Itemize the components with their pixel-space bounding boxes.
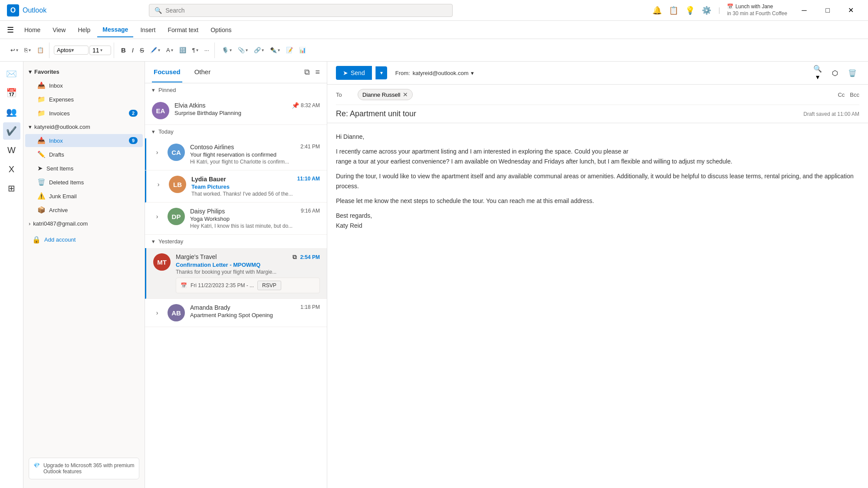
search-icon: 🔍 (155, 7, 162, 14)
more-button[interactable]: ··· (202, 45, 212, 55)
cc-button[interactable]: Cc (838, 92, 845, 98)
sidebar-item-invoices[interactable]: 📁 Invoices 2 (25, 107, 143, 120)
paste-button[interactable]: 📋 (34, 45, 46, 55)
nav-excel[interactable]: X (3, 160, 20, 178)
menu-help[interactable]: Help (72, 23, 95, 37)
from-selector[interactable]: From: katyreid@outlook.com ▾ (391, 67, 479, 79)
calendar-event-info: 📅 Lunch with Jane in 30 min at Fourth Co… (727, 3, 787, 17)
settings-icon[interactable]: ⚙️ (702, 6, 711, 15)
today-section[interactable]: ▾ Today (145, 125, 327, 138)
font-color-button[interactable]: A ▾ (164, 45, 176, 55)
email-item-ea3[interactable]: › LB Lydia Bauer 11:10 AM Team Pictures … (145, 170, 327, 203)
dictate-button[interactable]: 🎙️ ▾ (219, 45, 234, 55)
email-item-ea5[interactable]: MT Margie's Travel ⧉ 2:54 PM Confirmatio… (145, 248, 327, 299)
highlight-button[interactable]: 🖊️ ▾ (148, 45, 163, 55)
time-ea4: 9:16 AM (301, 208, 320, 214)
avatar-ea1: EA (152, 102, 169, 119)
sidebar-item-sent[interactable]: ➤ Sent Items (25, 162, 143, 175)
nav-mail[interactable]: ✉️ (3, 65, 20, 82)
tab-focused[interactable]: Focused (152, 62, 182, 82)
account2-header[interactable]: › katri0487@gmail.com (23, 217, 145, 230)
close-button[interactable]: ✕ (841, 3, 861, 17)
font-size-selector[interactable]: 11 ▾ (89, 46, 111, 55)
notification-icon[interactable]: 🔔 (652, 6, 662, 15)
sidebar-item-expenses[interactable]: 📁 Expenses (25, 93, 143, 106)
menu-view[interactable]: View (47, 23, 71, 37)
to-label: To (336, 92, 358, 98)
signature-button[interactable]: ✒️ ▾ (267, 45, 283, 55)
menu-insert[interactable]: Insert (135, 23, 161, 37)
nav-people[interactable]: 👥 (3, 103, 20, 121)
nav-tasks[interactable]: ✔️ (3, 122, 20, 140)
filter-icon[interactable]: ≡ (315, 68, 320, 77)
remove-recipient[interactable]: ✕ (403, 91, 408, 98)
split-view-icon[interactable]: ⧉ (304, 68, 310, 77)
tab-other[interactable]: Other (193, 62, 213, 82)
calendar-mini-icon: 📅 (727, 3, 733, 10)
sidebar-item-inbox-fav[interactable]: 📥 Inbox (25, 79, 143, 92)
delete-button[interactable]: 🗑️ (845, 66, 859, 80)
italic-button[interactable]: I (129, 45, 136, 56)
add-account-button[interactable]: 🔒 Add account (25, 231, 143, 248)
link-button[interactable]: 🔗 ▾ (251, 45, 266, 55)
send-dropdown[interactable]: ▾ (375, 66, 387, 79)
email-item-ea6[interactable]: › AB Amanda Brady 1:18 PM Apartment Park… (145, 299, 327, 327)
account1-header[interactable]: ▾ katyreid@outlook.com (23, 120, 145, 134)
menu-options[interactable]: Options (205, 23, 237, 37)
paragraph-button[interactable]: ¶ ▾ (190, 45, 201, 55)
sidebar-item-archive[interactable]: 📦 Archive (25, 203, 143, 216)
sidebar-item-junk[interactable]: ⚠️ Junk Email (25, 190, 143, 203)
pinned-section[interactable]: ▾ Pinned (145, 83, 327, 97)
sidebar-item-deleted[interactable]: 🗑️ Deleted Items (25, 176, 143, 189)
menu-message[interactable]: Message (97, 23, 133, 37)
yesterday-section[interactable]: ▾ Yesterday (145, 235, 327, 248)
popout-button[interactable]: ⬡ (828, 66, 842, 80)
email-item-ea2[interactable]: › CA Contoso Airlines 2:41 PM Your fligh… (145, 138, 327, 170)
email-content-ea4: Daisy Philips 9:16 AM Yoga Workshop Hey … (190, 208, 320, 229)
pinned-chevron: ▾ (152, 87, 155, 93)
bold-button[interactable]: B (118, 45, 128, 56)
expenses-icon: 📁 (37, 95, 46, 103)
sender-ea4: Daisy Philips (190, 208, 225, 215)
email-item-ea4[interactable]: › DP Daisy Philips 9:16 AM Yoga Workshop… (145, 203, 327, 235)
chart-button[interactable]: 📊 (296, 45, 309, 55)
subject-field[interactable]: Re: Apartment unit tour (336, 109, 803, 118)
expand-ea2[interactable]: › (152, 147, 162, 157)
undo-button[interactable]: ↩ ▾ (8, 45, 21, 55)
menu-home[interactable]: Home (19, 23, 46, 37)
rsvp-button[interactable]: RSVP (257, 281, 281, 290)
search-bar[interactable]: 🔍 (149, 4, 453, 17)
expand-ea4[interactable]: › (152, 211, 162, 222)
body-para3: Please let me know the next steps to sch… (336, 196, 859, 206)
compose-body[interactable]: Hi Dianne, I recently came across your a… (327, 123, 868, 488)
sidebar-item-inbox[interactable]: 📥 Inbox 9 (25, 134, 143, 147)
body-para1: I recently came across your apartment li… (336, 147, 859, 166)
hamburger-menu[interactable]: ☰ (7, 25, 14, 35)
bcc-button[interactable]: Bcc (850, 92, 859, 98)
clipboard-icon[interactable]: 📋 (669, 6, 678, 15)
copy-button[interactable]: ⎘ ▾ (22, 45, 33, 55)
menu-format-text[interactable]: Format text (162, 23, 204, 37)
email-item-ea1[interactable]: EA Elvia Atkins 📌 8:32 AM Surprise Birth… (145, 97, 327, 125)
nav-word[interactable]: W (3, 141, 20, 159)
send-button[interactable]: ➤ Send (336, 66, 372, 80)
expand-ea3[interactable]: › (153, 179, 164, 190)
font-selector[interactable]: Aptos ▾ (54, 46, 89, 55)
minimize-button[interactable]: ─ (794, 3, 814, 17)
to-chip[interactable]: Dianne Russell ✕ (358, 89, 413, 100)
search-input[interactable] (165, 7, 447, 14)
copy-icon-ea5: ⧉ (293, 253, 297, 261)
account2-email: katri0487@gmail.com (33, 220, 88, 227)
nav-apps[interactable]: ⊞ (3, 180, 20, 197)
sidebar-item-drafts[interactable]: ✏️ Drafts (25, 148, 143, 161)
zoom-button[interactable]: 🔍 ▾ (811, 66, 825, 80)
favorites-section[interactable]: ▾ Favorites (23, 65, 145, 79)
clear-format-button[interactable]: 🔠 (177, 45, 189, 55)
bulb-icon[interactable]: 💡 (685, 6, 695, 15)
maximize-button[interactable]: □ (818, 3, 838, 17)
attach-button[interactable]: 📎 ▾ (235, 45, 250, 55)
nav-calendar[interactable]: 📅 (3, 84, 20, 102)
expand-ea6[interactable]: › (152, 308, 162, 318)
editor-button[interactable]: 📝 (283, 45, 296, 55)
strikethrough-button[interactable]: S (137, 45, 147, 56)
